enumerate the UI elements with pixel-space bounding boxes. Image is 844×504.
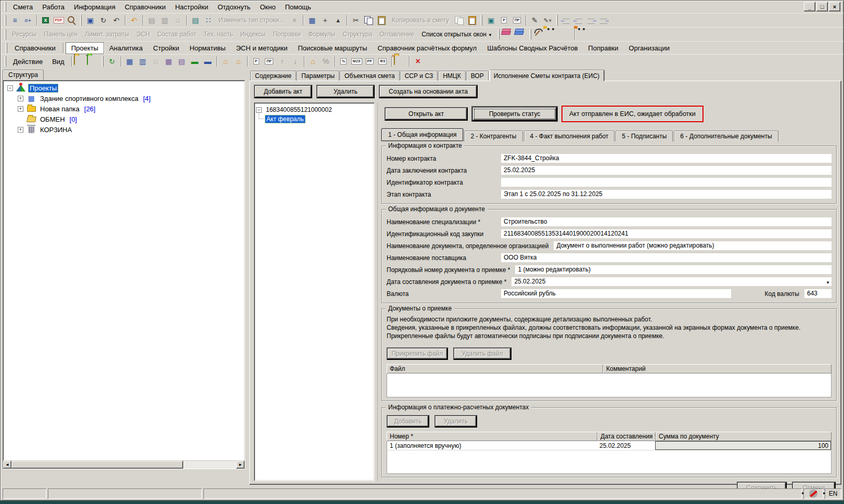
house-gear-icon[interactable]: ⌂ (306, 56, 319, 67)
tree-item-label[interactable]: КОРЗИНА (39, 125, 73, 134)
delete-act-button[interactable]: Удалить (316, 85, 375, 98)
check-status-button[interactable]: Проверить статус (472, 107, 557, 121)
view-struktura[interactable]: Структура (339, 31, 376, 38)
menu-nastroyki[interactable]: Настройки (170, 2, 213, 12)
add-section-icon[interactable]: ▤ (145, 15, 158, 26)
view-popravki[interactable]: Поправки (270, 31, 304, 38)
add-page-icon[interactable]: + (318, 15, 331, 26)
toolbar-grip[interactable] (5, 29, 6, 40)
disk-variant-icon[interactable]: ▣ (484, 15, 497, 26)
tab-ssr-sz[interactable]: ССР и СЗ (400, 71, 438, 81)
tab-fakt-vypolneniya[interactable]: 4 - Факт выполнения работ (524, 131, 615, 141)
toolbar-grip[interactable] (498, 29, 500, 40)
house-alt-icon[interactable]: ⌂ (232, 56, 245, 67)
tab-analitika[interactable]: Аналитика (104, 43, 148, 54)
tree-item[interactable]: + ▦ Здание спортивного комплекса [4] (18, 93, 244, 104)
toolbar-grip[interactable] (556, 15, 558, 25)
column-header-file[interactable]: Файл (387, 364, 603, 373)
currency-field[interactable]: Российский рубль (501, 289, 731, 298)
truck-orange-icon[interactable] (577, 29, 590, 40)
remove-file-button[interactable]: Удалить файл (453, 347, 511, 360)
tab-podpisanty[interactable]: 5 - Подписанты (616, 131, 673, 141)
toolbar-grip[interactable] (80, 15, 82, 25)
percent-gear-icon[interactable]: % (319, 56, 333, 67)
close-row-type-icon[interactable]: × (288, 15, 301, 26)
open-act-button[interactable]: Открыть акт (385, 107, 468, 121)
buildings-icon[interactable]: ▦ (123, 56, 136, 67)
move-down-row-icon[interactable]: ↓ (289, 56, 302, 67)
view-teh-chast[interactable]: Тех. часть (200, 31, 236, 38)
tab-obschaya-informacia[interactable]: 1 - Общая информация (381, 128, 463, 141)
edit-lines-icon[interactable]: ✎ (528, 15, 541, 26)
tree-item-root[interactable]: − Проекты (7, 83, 244, 93)
tree-item-label[interactable]: ОБМЕН (39, 115, 67, 124)
percent-icon[interactable]: % (337, 56, 350, 67)
payment-amount-cell[interactable]: 100 (655, 441, 831, 450)
acceptance-number-field[interactable]: 1 (можно редактировать) (515, 265, 832, 274)
toolbar-grip[interactable] (5, 2, 6, 12)
search-icon[interactable] (65, 15, 78, 26)
act-child-row[interactable]: Акт февраль (256, 114, 373, 124)
tab-normativy[interactable]: Нормативы (184, 43, 231, 54)
tree-item[interactable]: ОБМЕН [0] (18, 114, 244, 124)
add-act-button[interactable]: Добавить акт (254, 85, 312, 98)
table-row[interactable]: 1 (заполняется вручную) 25.02.2025 100 (387, 441, 831, 450)
add-payment-button[interactable]: Добавить (387, 415, 429, 428)
act-root-row[interactable]: − 1683400855121000002 (256, 105, 373, 114)
payment-number-cell[interactable]: 1 (заполняется вручную) (387, 441, 597, 450)
column-header-number[interactable]: Номер * (387, 432, 597, 441)
truck-yellow-icon[interactable] (546, 29, 559, 40)
restore-button[interactable]: □ (816, 2, 828, 11)
buildings-add-icon[interactable]: ▥ (136, 56, 149, 67)
files-table-body[interactable] (387, 373, 832, 397)
minimize-button[interactable]: _ (804, 2, 815, 11)
structure-tree-viewport[interactable]: − Проекты + ▦ Здание спортивного комплек… (3, 81, 245, 460)
folder-up-icon[interactable]: ↑ (74, 56, 87, 67)
paste-special-icon[interactable] (466, 15, 479, 26)
tab-popravki[interactable]: Поправки (583, 43, 623, 54)
open-windows-dropdown[interactable]: Список открытых окон ▼ (418, 31, 496, 38)
act-root-label[interactable]: 1683400855121000002 (264, 106, 334, 114)
column-header-comment[interactable]: Комментарий (603, 364, 832, 373)
p-mode-icon[interactable]: P (250, 56, 263, 67)
create-from-act-button[interactable]: Создать на основании акта (379, 85, 478, 98)
supplier-field[interactable]: ООО Вятка (501, 253, 832, 262)
rr-icon[interactable]: РР (363, 56, 376, 67)
toolbar-grip[interactable] (481, 15, 482, 25)
refresh-icon[interactable]: ↻ (97, 15, 110, 26)
fz-icon[interactable]: ФЗ (376, 56, 389, 67)
acceptance-date-field[interactable]: 25.02.2025 ▼ (511, 277, 832, 286)
contract-stage-field[interactable]: Этап 1 с 25.02.2025 по 31.12.2025 (501, 190, 832, 199)
contract-id-field[interactable] (501, 178, 832, 187)
project-tree-icon[interactable]: ≡ (8, 15, 21, 26)
tree-item-label[interactable]: Здание спортивного комплекса (39, 94, 140, 103)
purchase-code-field[interactable]: 211683400855135314401900020014120241 (501, 229, 832, 238)
currency-code-field[interactable]: 643 (804, 289, 832, 298)
scrollbar-track[interactable] (183, 461, 236, 469)
menu-informacia[interactable]: Информация (69, 2, 120, 12)
delete-icon[interactable]: × (412, 56, 425, 67)
pr-rate-icon[interactable]: ПР (510, 15, 523, 26)
tab-dop-dokumenty[interactable]: 6 - Дополнительные документы (674, 131, 778, 141)
tab-kontragenty[interactable]: 2 - Контрагенты (464, 131, 522, 141)
delete-lines-icon[interactable]: ✎× (541, 15, 554, 26)
tab-ispolnenie-eis[interactable]: Исполнение Сметы контракта (ЕИС) (489, 70, 604, 81)
books-pink-icon[interactable] (502, 29, 515, 40)
tree-item[interactable]: + Новая папка [26] (18, 104, 244, 114)
expand-toggle[interactable]: + (18, 127, 23, 133)
menu-rabota[interactable]: Работа (37, 2, 69, 12)
film-building-icon[interactable]: ▦ (162, 56, 175, 67)
menu-otdohnut[interactable]: Отдохнуть (213, 2, 255, 12)
language-indicator[interactable]: EN (825, 488, 841, 499)
specialization-field[interactable]: Строительство (501, 217, 832, 226)
tab-parametry[interactable]: Параметры (297, 71, 339, 81)
save-icon[interactable]: ▣ (84, 15, 97, 26)
tab-spravochnik-formul[interactable]: Справочник расчётных формул (373, 43, 482, 54)
tree-item[interactable]: + КОРЗИНА (18, 124, 244, 135)
toolbar-grip[interactable] (5, 56, 6, 67)
tab-soderzhanie[interactable]: Содержание (250, 71, 296, 81)
expand-toggle[interactable]: + (18, 96, 23, 101)
pickaxe-icon[interactable] (533, 29, 546, 40)
add-subsection-icon[interactable]: ▥ (158, 15, 171, 26)
pr-mode-icon[interactable]: ПР (263, 56, 276, 67)
